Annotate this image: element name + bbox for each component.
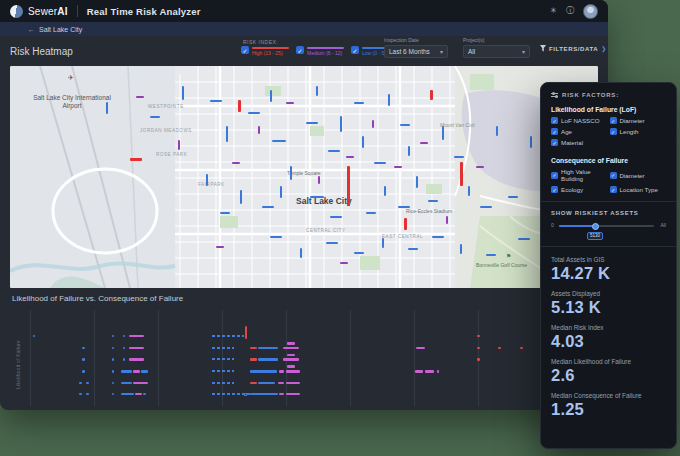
chart-mark — [250, 358, 256, 361]
inspection-date-group: Inspection Date Last 6 Months ▾ — [384, 37, 448, 58]
risk-factor-checkbox[interactable]: ✓Length — [610, 128, 667, 135]
pipe-segment — [330, 216, 342, 218]
breadcrumb-label[interactable]: Salt Lake City — [39, 26, 82, 33]
inspection-date-select[interactable]: Last 6 Months ▾ — [384, 45, 448, 58]
map-label: ROSE PARK — [156, 152, 187, 157]
chart-mark — [250, 347, 256, 350]
legend-color-line — [252, 47, 289, 49]
chart-mark — [437, 370, 440, 373]
risk-factor-checkbox[interactable]: ✓Ecology — [551, 186, 608, 193]
pipe-segment — [400, 124, 410, 126]
pipe-segment — [416, 176, 418, 188]
risk-index-legend: ✓High (13 - 25)✓Medium (6 - 12)✓Low (0 -… — [241, 46, 399, 56]
lof-checkbox-group: ✓LoF NASSCO✓Diameter✓Age✓Length✓Material — [551, 117, 666, 146]
legend-label: High (13 - 25) — [252, 50, 289, 56]
checkbox-icon[interactable]: ✓ — [551, 128, 558, 135]
info-icon[interactable]: ⓘ — [566, 7, 574, 15]
chart-mark — [79, 382, 82, 385]
stats-list: Total Assets in GIS14.27 KAssets Display… — [551, 249, 666, 419]
pipe-segment — [442, 126, 444, 140]
chart-mark — [245, 326, 247, 339]
pipe-segment — [530, 136, 532, 148]
map-label: Temple Square — [287, 170, 321, 176]
pipe-segment — [346, 156, 354, 158]
stat-value: 1.25 — [551, 400, 666, 419]
divider — [541, 201, 676, 202]
checkbox-icon[interactable]: ✓ — [551, 139, 558, 146]
user-avatar[interactable] — [583, 4, 598, 19]
pipe-segment — [388, 94, 390, 106]
risk-factor-checkbox[interactable]: ✓High Value Building — [551, 168, 608, 182]
checkbox-icon[interactable]: ✓ — [610, 186, 617, 193]
checkbox-icon[interactable]: ✓ — [610, 117, 617, 124]
projects-select[interactable]: All ▾ — [463, 45, 530, 58]
chart-mark — [477, 358, 480, 361]
pipe-segment — [232, 162, 240, 164]
pipe-segment — [106, 102, 108, 114]
lof-section-title: Likelihood of Failure (LoF) — [551, 106, 666, 113]
risk-factor-checkbox[interactable]: ✓Age — [551, 128, 608, 135]
pipe-segment — [486, 254, 496, 256]
slider-handle[interactable] — [592, 223, 599, 230]
riskiest-assets-slider[interactable]: 0 All 5130 — [551, 222, 666, 238]
pipe-segment — [216, 246, 224, 248]
risk-factor-checkbox[interactable]: ✓Diameter — [610, 168, 667, 182]
legend-checkbox[interactable]: ✓ — [241, 46, 249, 54]
checkbox-icon[interactable]: ✓ — [551, 117, 558, 124]
chart-mark — [283, 358, 299, 361]
risk-heatmap-map[interactable]: ✈ ⚑ Salt Lake City International Airport… — [10, 66, 598, 288]
checkbox-icon[interactable]: ✓ — [610, 172, 617, 179]
risk-factor-checkbox[interactable]: ✓Location Type — [610, 186, 667, 193]
toolbar: Risk Heatmap RISK INDEX: ✓High (13 - 25)… — [0, 36, 608, 66]
chart-mark — [287, 365, 296, 368]
sewerai-logo-icon — [10, 5, 23, 18]
risk-factor-checkbox[interactable]: ✓Material — [551, 139, 608, 146]
checkbox-label: Location Type — [620, 186, 658, 193]
chart-mark — [520, 347, 523, 350]
filters-data-button[interactable]: FILTERS/DATA ❯ — [540, 45, 607, 52]
sparkle-icon[interactable]: ✳ — [550, 7, 557, 15]
risk-factor-checkbox[interactable]: ✓Diameter — [610, 117, 667, 124]
pipe-segment — [270, 236, 282, 238]
breadcrumb[interactable]: ← Salt Lake City — [0, 22, 608, 36]
pipe-segment — [130, 158, 142, 161]
pipe-segment — [508, 196, 518, 198]
pipe-segment — [262, 206, 274, 208]
chart-mark — [286, 382, 301, 385]
panel-header: RISK FACTORS: — [551, 92, 666, 98]
pipe-segment — [178, 140, 180, 150]
checkbox-icon[interactable]: ✓ — [610, 128, 617, 135]
projects-group: Project(s) All ▾ — [463, 37, 530, 58]
map-label: WESTPOINTE — [148, 104, 184, 109]
legend-checkbox[interactable]: ✓ — [296, 46, 304, 54]
cof-checkbox-group: ✓High Value Building✓Diameter✓Ecology✓Lo… — [551, 168, 666, 193]
stat-item: Median Consequence of Failure1.25 — [551, 392, 666, 419]
chart-mark — [112, 382, 115, 385]
pipe-segment — [518, 238, 530, 240]
pipe-segment — [394, 166, 402, 168]
chart-mark — [279, 370, 284, 373]
slider-track[interactable]: 5130 — [559, 225, 654, 227]
stat-label: Median Risk Index — [551, 324, 666, 331]
chart-mark — [79, 393, 82, 396]
checkbox-icon[interactable]: ✓ — [551, 172, 558, 179]
pipe-segment — [362, 136, 364, 148]
pipe-segment — [384, 186, 386, 196]
risk-factor-checkbox[interactable]: ✓LoF NASSCO — [551, 117, 608, 124]
slider-min-label: 0 — [551, 222, 554, 228]
chart-mark — [258, 358, 277, 361]
stat-label: Assets Displayed — [551, 290, 666, 297]
pipe-segment — [476, 166, 484, 168]
funnel-icon — [540, 45, 546, 52]
inspection-date-label: Inspection Date — [384, 37, 448, 43]
chart-mark — [258, 347, 277, 350]
chart-mark — [250, 370, 277, 373]
back-arrow-icon[interactable]: ← — [28, 26, 35, 33]
checkbox-label: High Value Building — [561, 168, 608, 182]
show-riskiest-assets-label: SHOW RISKIEST ASSETS — [551, 210, 666, 216]
legend-checkbox[interactable]: ✓ — [351, 46, 359, 54]
pipe-segment — [210, 100, 222, 102]
lof-cof-chart[interactable] — [30, 310, 598, 406]
map-label: JORDAN MEADOWS — [140, 128, 192, 133]
checkbox-icon[interactable]: ✓ — [551, 186, 558, 193]
